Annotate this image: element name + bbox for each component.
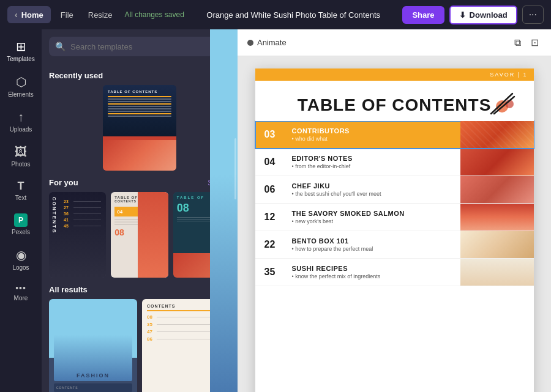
expand-icon-button[interactable]: ⊡: [528, 34, 541, 51]
toc-row-06: 06 CHEF JIKU • the best sushi chef you'l…: [255, 176, 534, 204]
icon-sidebar: ⊞ Templates ⬡ Elements ↑ Uploads 🖼 Photo…: [0, 29, 42, 392]
animate-button[interactable]: Animate: [247, 38, 287, 47]
download-label: Download: [470, 10, 508, 20]
file-menu-button[interactable]: File: [56, 7, 78, 23]
recent-line-8: [108, 113, 171, 114]
sidebar-item-more[interactable]: ••• More: [3, 278, 39, 306]
resize-button[interactable]: Resize: [83, 7, 118, 23]
for-you-grid: CONTENTS 23 27 36: [49, 192, 230, 278]
result-card2-content: CONTENTS 08 03 35 15: [142, 299, 230, 392]
toc-desc-03: • who did what: [292, 136, 453, 142]
toc-image-04: [460, 149, 534, 176]
more-label: More: [14, 295, 28, 301]
toc-name-22: BENTO BOX 101: [292, 237, 453, 245]
animate-dot-icon: [247, 40, 253, 46]
foryou-vert-contents: CONTENTS: [51, 197, 57, 234]
elements-label: Elements: [8, 91, 34, 98]
toc-section: 03 CONTRIBUTORS • who did what 04 EDITOR…: [255, 121, 534, 286]
main-content: ⊞ Templates ⬡ Elements ↑ Uploads 🖼 Photo…: [0, 29, 551, 392]
toc-name-03: CONTRIBUTORS: [292, 127, 453, 135]
foryou-num-row-3: 36: [64, 212, 101, 216]
toc-desc-06: • the best sushi chef you'll ever meet: [292, 191, 453, 197]
recent-line-7: [108, 111, 171, 112]
search-input[interactable]: [70, 42, 208, 51]
share-button[interactable]: Share: [402, 6, 444, 24]
home-label: Home: [21, 10, 43, 20]
download-icon: ⬇: [459, 10, 466, 20]
toc-row-12: 12 THE SAVORY SMOKED SALMON • new york's…: [255, 204, 534, 231]
sidebar-item-pexels[interactable]: P Pexels: [3, 209, 39, 240]
recently-used-section-header: Recently used: [49, 71, 230, 80]
more-options-button[interactable]: ···: [522, 6, 544, 24]
for-you-template-2[interactable]: TABLE OF CONTENTS 04 08: [111, 192, 168, 278]
toc-number-22: 22: [255, 231, 285, 258]
photos-label: Photos: [11, 161, 30, 168]
for-you-section-header: For you See all: [49, 178, 230, 187]
result-card1-content: FASHION CONTENTS: [49, 299, 137, 392]
text-label: Text: [15, 194, 26, 201]
all-results-section-header: All results: [49, 285, 230, 294]
recent-line-4: [108, 103, 171, 105]
toc-image-35: [460, 259, 534, 286]
document-title: Orange and White Sushi Photo Table of Co…: [189, 10, 398, 20]
search-input-wrap: 🔍: [49, 37, 214, 56]
result-template-2[interactable]: CONTENTS 08 03 35 15: [142, 299, 230, 392]
result-sky-image: FASHION: [54, 304, 132, 381]
foryou-card1-content: CONTENTS 23 27 36: [49, 192, 106, 278]
recent-lines: [108, 96, 171, 117]
result-template-1[interactable]: FASHION CONTENTS: [49, 299, 137, 392]
toc-number-06: 06: [255, 176, 285, 203]
for-you-template-1[interactable]: CONTENTS 23 27 36: [49, 192, 106, 278]
uploads-label: Uploads: [10, 126, 32, 133]
toc-content-03: CONTRIBUTORS • who did what: [285, 121, 460, 148]
foryou-sushi-strip: [138, 192, 168, 278]
saved-status: All changes saved: [125, 10, 184, 19]
recent-toc-label: TABLE OF CONTENTS: [108, 90, 171, 94]
sidebar-item-logos[interactable]: ◉ Logos: [3, 243, 39, 276]
download-button[interactable]: ⬇ Download: [449, 6, 517, 24]
foryou-numbers: 23 27 36 41: [64, 199, 101, 228]
doc-title-section: TABLE OF CONTENTS: [255, 81, 534, 121]
toc-name-35: SUSHI RECIPES: [292, 265, 453, 272]
duplicate-icon-button[interactable]: ⧉: [512, 34, 523, 51]
toc-desc-35: • know the perfect mix of ingredients: [292, 273, 453, 279]
foryou-num-row-1: 23: [64, 199, 101, 204]
toc-desc-12: • new york's best: [292, 218, 453, 224]
text-icon: T: [18, 180, 24, 193]
uploads-icon: ↑: [18, 110, 24, 124]
result-dark-section: CONTENTS: [54, 383, 132, 392]
toc-image-12: [460, 204, 534, 231]
toc-image-22: [460, 231, 534, 258]
recently-used-template[interactable]: TABLE OF CONTENTS: [103, 85, 176, 171]
panel-scroll[interactable]: Recently used TABLE OF CONTENTS: [42, 61, 238, 392]
toc-name-12: THE SAVORY SMOKED SALMON: [292, 210, 453, 217]
foryou-num-row-2: 27: [64, 205, 101, 210]
sidebar-item-uploads[interactable]: ↑ Uploads: [3, 105, 39, 138]
duplicate-icon: ⧉: [514, 37, 521, 48]
back-arrow-icon: ‹: [15, 10, 18, 20]
all-results-title: All results: [49, 285, 88, 294]
toc-row-22: 22 BENTO BOX 101 • how to prepare the pe…: [255, 231, 534, 259]
canvas-scroll[interactable]: SAVOR | 1 TABLE OF CONTENTS: [238, 56, 551, 392]
toc-number-35: 35: [255, 259, 285, 286]
toc-content-06: CHEF JIKU • the best sushi chef you'll e…: [285, 176, 460, 203]
toc-image-06: [460, 176, 534, 203]
recent-line-2: [108, 98, 171, 100]
for-you-title: For you: [49, 178, 78, 187]
document-canvas: SAVOR | 1 TABLE OF CONTENTS: [255, 68, 534, 392]
foryou-card2-content: TABLE OF CONTENTS 04 08: [111, 192, 168, 278]
doc-header-bar: SAVOR | 1: [255, 68, 534, 81]
sidebar-item-photos[interactable]: 🖼 Photos: [3, 140, 39, 172]
expand-icon: ⊡: [531, 37, 539, 48]
sidebar-item-text[interactable]: T Text: [3, 175, 39, 206]
doc-main-title: TABLE OF CONTENTS: [298, 95, 492, 115]
sidebar-item-elements[interactable]: ⬡ Elements: [3, 70, 39, 103]
search-icon: 🔍: [55, 42, 66, 51]
canvas-area: Animate ⧉ ⊡ SAVOR | 1 TABLE OF CONTENTS: [238, 29, 551, 392]
toc-desc-22: • how to prepare the perfect meal: [292, 246, 453, 252]
toc-name-04: EDITOR'S NOTES: [292, 155, 453, 162]
more-icon: •••: [15, 283, 26, 293]
sidebar-item-templates[interactable]: ⊞ Templates: [3, 34, 39, 67]
home-button[interactable]: ‹ Home: [7, 6, 51, 23]
all-results-grid: FASHION CONTENTS CONTENTS 08: [49, 299, 230, 392]
